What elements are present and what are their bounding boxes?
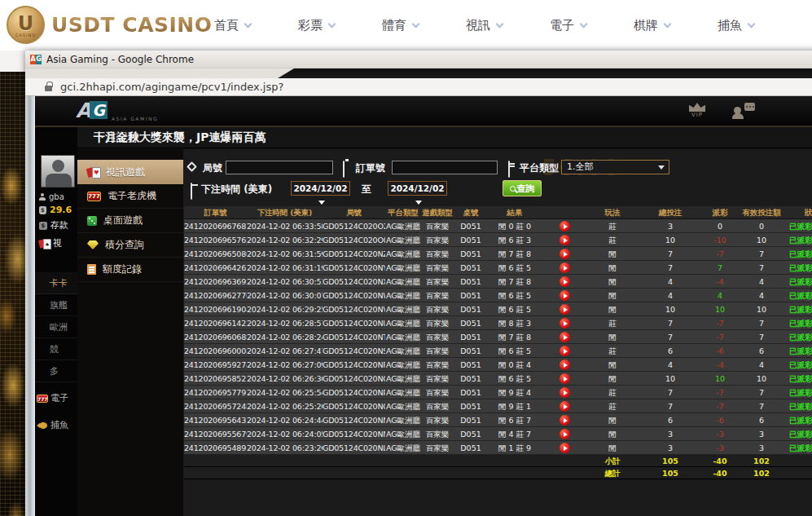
date-to-select[interactable]: 2024/12/02 xyxy=(388,181,447,196)
sidebar-item-slot[interactable]: 777電子老虎機 xyxy=(77,184,183,209)
chevron-down-icon xyxy=(328,20,336,28)
play-replay-button[interactable] xyxy=(560,235,570,245)
cell-payout: 10 xyxy=(703,372,737,385)
nav-item-1[interactable]: 首頁 xyxy=(214,18,251,33)
total-row: 總計 105 -40 102 xyxy=(184,467,812,479)
play-replay-button[interactable] xyxy=(560,346,570,356)
cell-time: 2024-12-02 06:31:59 xyxy=(247,247,323,260)
cell-payout: -10 xyxy=(703,233,737,246)
cell-valid: 7 xyxy=(737,386,786,399)
cell-time: 2024-12-02 06:28:57 xyxy=(247,316,323,329)
play-replay-button[interactable] xyxy=(560,443,570,453)
cell-replay xyxy=(542,289,587,302)
sidebar-item-gem[interactable]: 積分查詢 xyxy=(77,233,183,258)
search-button[interactable]: 查詢 xyxy=(503,180,542,196)
platform-label: 平台類型 xyxy=(520,161,559,175)
subtotal-payout: -40 xyxy=(703,455,737,466)
casino-logo[interactable]: USDT CASINO xyxy=(7,6,213,44)
cell-order: 241202069592741 xyxy=(184,358,247,371)
cell-order: 241202069606888 xyxy=(184,330,247,343)
play-replay-button[interactable] xyxy=(560,387,570,398)
sidebar-item-cards[interactable]: 視訊遊戲 xyxy=(77,160,183,184)
col-header: 有效投注額 xyxy=(737,206,786,218)
sidebar-item-label: 桌面遊戲 xyxy=(103,214,143,227)
order-input[interactable] xyxy=(392,161,498,174)
cell-time: 2024-12-02 06:30:51 xyxy=(247,275,323,288)
address-bar[interactable]: gci.2hhapi.com/agingame/pcv1/index.jsp? xyxy=(25,78,812,96)
hall-menu-item[interactable]: 卡卡 xyxy=(35,272,77,294)
platform-select[interactable]: 1.全部 xyxy=(561,160,669,174)
sidebar-item-label: 電子老虎機 xyxy=(108,189,156,203)
nav-item-7[interactable]: 捕魚 xyxy=(718,18,754,33)
cards-icon xyxy=(39,239,50,249)
cell-table: D051 xyxy=(454,372,488,385)
play-replay-button[interactable] xyxy=(560,373,570,384)
nav-item-2[interactable]: 彩票 xyxy=(298,18,335,33)
play-replay-button[interactable] xyxy=(560,429,570,439)
cell-status: 已派彩 xyxy=(786,261,812,274)
cell-table: D051 xyxy=(454,275,488,288)
play-replay-button[interactable] xyxy=(560,304,570,315)
nav-item-5[interactable]: 電子 xyxy=(550,18,586,33)
play-replay-button[interactable] xyxy=(560,318,570,329)
ag-logo-subtitle: ASIA GAMING xyxy=(112,116,158,121)
cell-status: 已派彩 xyxy=(786,372,812,385)
play-replay-button[interactable] xyxy=(560,221,570,232)
table-row: 2412020696508012024-12-02 06:31:59GD0512… xyxy=(184,247,812,261)
cell-payout: 7 xyxy=(703,261,737,274)
cell-replay xyxy=(542,413,587,426)
nav-item-3[interactable]: 體育 xyxy=(382,18,419,33)
cell-bet: 3 xyxy=(638,427,703,440)
cell-table: D051 xyxy=(454,358,488,371)
popup-titlebar[interactable]: AG Asia Gaming - Google Chrome xyxy=(25,51,812,68)
deposit-button[interactable]: $ 存款 xyxy=(39,219,68,232)
col-header: 玩法 xyxy=(587,206,638,218)
hall-menu-item[interactable]: 多 xyxy=(35,360,77,382)
cell-table: D051 xyxy=(454,247,488,260)
customer-service-button[interactable] xyxy=(732,103,755,119)
cell-status: 已派彩 xyxy=(786,344,812,357)
play-replay-button[interactable] xyxy=(560,290,570,301)
cell-result: 閒 0 莊 0 xyxy=(488,219,542,232)
video-tab[interactable]: 視 xyxy=(39,237,62,249)
col-header xyxy=(542,206,587,218)
hall-menu-item[interactable]: 旗艦 xyxy=(35,294,77,316)
cell-order: 241202069600080 xyxy=(184,344,247,357)
play-replay-button[interactable] xyxy=(560,249,570,259)
play-replay-button[interactable] xyxy=(560,276,570,287)
table-row: 2412020695852122024-12-02 06:26:30GD0512… xyxy=(184,372,812,386)
round-input[interactable] xyxy=(226,161,333,174)
table-row: 2412020696576532024-12-02 06:32:29GD0512… xyxy=(184,233,812,247)
hall-menu-label: 捕魚 xyxy=(50,414,68,436)
cell-playtype: 莊 xyxy=(587,219,638,232)
sidebar-item-doc[interactable]: 額度記錄 xyxy=(77,258,183,282)
date-from-select[interactable]: 2024/12/02 xyxy=(291,181,350,196)
hall-menu-item[interactable]: 競 xyxy=(35,338,77,360)
hall-menu-item[interactable]: 捕魚 xyxy=(35,414,77,436)
cell-game: 百家樂 xyxy=(421,344,454,357)
cell-valid: 3 xyxy=(737,427,786,440)
play-replay-button[interactable] xyxy=(560,401,570,412)
cell-playtype: 閒 xyxy=(587,427,638,440)
col-header: 派彩 xyxy=(703,206,737,218)
platform-icon xyxy=(508,161,510,178)
vip-button[interactable]: VIP xyxy=(687,103,708,118)
sidebar-item-dice[interactable]: 桌面遊戲 xyxy=(77,209,183,233)
nav-item-6[interactable]: 棋牌 xyxy=(634,18,670,33)
cell-replay xyxy=(542,247,587,260)
coin-logo-icon xyxy=(7,6,45,44)
play-replay-button[interactable] xyxy=(560,415,570,426)
cell-bet: 10 xyxy=(638,372,703,385)
play-replay-button[interactable] xyxy=(560,332,570,342)
hall-menu-item[interactable]: 歐洲 xyxy=(35,316,77,338)
cell-playtype: 莊 xyxy=(587,399,638,412)
cell-bet: 4 xyxy=(638,289,703,302)
cell-table: D051 xyxy=(454,289,488,302)
promo-banner-text: 十月金秋大獎來襲，JP連爆兩百萬 xyxy=(94,130,266,145)
chevron-down-icon xyxy=(580,20,588,28)
nav-item-4[interactable]: 視訊 xyxy=(466,18,503,33)
cell-bet: 3 xyxy=(638,219,703,232)
play-replay-button[interactable] xyxy=(560,262,570,273)
play-replay-button[interactable] xyxy=(560,359,570,370)
hall-menu-item[interactable]: 777電子 xyxy=(35,387,77,409)
